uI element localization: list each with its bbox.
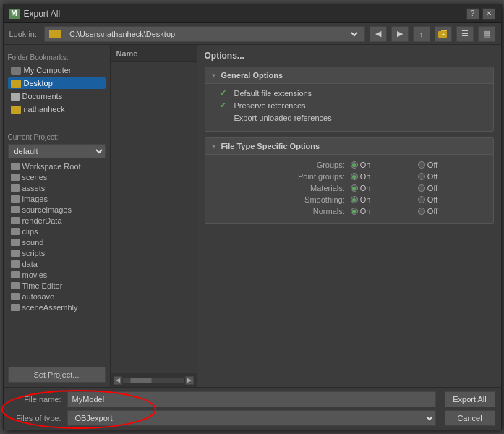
checkbox-row-default-ext: ✔ Default file extensions bbox=[220, 88, 484, 98]
workspace-item-images[interactable]: images bbox=[8, 194, 106, 204]
workspace-item-autosave[interactable]: autosave bbox=[8, 292, 106, 302]
general-options-section: ▼ General Options ✔ Default file extensi… bbox=[205, 67, 494, 132]
workspace-item-label: sceneAssembly bbox=[22, 303, 78, 312]
workspace-item-timeeditor[interactable]: Time Editor bbox=[8, 281, 106, 291]
collapse-triangle-icon: ▼ bbox=[211, 143, 217, 150]
cancel-button[interactable]: Cancel bbox=[445, 410, 495, 426]
groups-label: Groups: bbox=[220, 159, 348, 171]
bookmark-label: Documents bbox=[22, 92, 63, 101]
ws-folder-icon bbox=[11, 271, 20, 278]
workspace-item-label: sourceimages bbox=[22, 205, 72, 214]
point-groups-on-radio[interactable] bbox=[351, 173, 358, 180]
workspace-item-label: images bbox=[22, 195, 48, 203]
main-content: Folder Bookmarks: My Computer Desktop Do… bbox=[4, 45, 501, 387]
on-label: On bbox=[360, 184, 371, 192]
computer-icon bbox=[11, 67, 21, 75]
files-of-type-select[interactable]: OBJexport bbox=[68, 411, 435, 425]
workspace-item-scenes[interactable]: scenes bbox=[8, 172, 106, 182]
on-label: On bbox=[360, 195, 371, 204]
set-project-button[interactable]: Set Project... bbox=[8, 367, 106, 383]
off-label: Off bbox=[427, 195, 437, 204]
scroll-left-button[interactable]: ◀ bbox=[114, 376, 122, 385]
workspace-item-sourceimages[interactable]: sourceimages bbox=[8, 205, 106, 215]
off-label: Off bbox=[427, 161, 437, 169]
doc-icon bbox=[11, 93, 20, 101]
workspace-item-sound[interactable]: sound bbox=[8, 237, 106, 247]
point-groups-off-radio[interactable] bbox=[418, 173, 425, 180]
bookmark-label: nathanheck bbox=[24, 105, 65, 114]
project-select[interactable]: default bbox=[8, 144, 106, 158]
radio-options-table: Groups: On Off bbox=[220, 159, 484, 217]
nav-back-button[interactable]: ◀ bbox=[370, 26, 387, 42]
point-groups-on-cell: On bbox=[348, 171, 405, 182]
close-button[interactable]: ✕ bbox=[482, 8, 495, 20]
file-name-input[interactable] bbox=[67, 391, 436, 407]
normals-on-radio[interactable] bbox=[351, 208, 358, 215]
title-bar: M Export All ? ✕ bbox=[4, 4, 501, 23]
nav-forward-button[interactable]: ▶ bbox=[391, 26, 409, 42]
bookmark-nathanheck[interactable]: nathanheck bbox=[8, 103, 106, 115]
bookmark-label: Desktop bbox=[24, 79, 53, 88]
smoothing-off-radio[interactable] bbox=[418, 196, 425, 203]
files-of-type-label: Files of type: bbox=[9, 414, 61, 422]
checkbox-row-preserve-refs: ✔ Preserve references bbox=[220, 101, 484, 110]
point-groups-label: Point groups: bbox=[220, 171, 348, 182]
list-view-button[interactable]: ☰ bbox=[456, 26, 474, 42]
workspace-item-scripts[interactable]: scripts bbox=[8, 248, 106, 258]
workspace-item-data[interactable]: data bbox=[8, 259, 106, 269]
bottom-bar: File name: Files of type: OBJexport Expo… bbox=[4, 387, 501, 430]
look-in-select[interactable]: C:\Users\nathanheck\Desktop bbox=[67, 29, 359, 39]
bookmark-documents[interactable]: Documents bbox=[8, 90, 106, 102]
ws-folder-icon bbox=[11, 163, 20, 170]
normals-off-radio[interactable] bbox=[418, 208, 425, 215]
help-button[interactable]: ? bbox=[466, 8, 479, 20]
checkmark-icon: ✔ bbox=[220, 88, 230, 98]
materials-on-cell: On bbox=[348, 182, 405, 194]
off-label: Off bbox=[427, 207, 437, 216]
workspace-item-label: Workspace Root bbox=[22, 162, 81, 171]
new-folder-button[interactable]: + bbox=[435, 26, 452, 42]
ws-folder-icon bbox=[11, 184, 20, 192]
left-panel: Folder Bookmarks: My Computer Desktop Do… bbox=[4, 45, 111, 387]
ws-folder-icon bbox=[11, 206, 20, 213]
on-label: On bbox=[360, 172, 371, 181]
nav-up-button[interactable]: ↑ bbox=[413, 26, 430, 42]
file-type-options-header[interactable]: ▼ File Type Specific Options bbox=[205, 138, 493, 155]
workspace-item-assets[interactable]: assets bbox=[8, 183, 106, 193]
folder-icon bbox=[11, 106, 21, 114]
workspace-item-renderdata[interactable]: renderData bbox=[8, 216, 106, 226]
export-all-dialog: M Export All ? ✕ Look in: C:\Users\natha… bbox=[3, 4, 502, 430]
materials-on-radio[interactable] bbox=[351, 184, 358, 192]
smoothing-off-cell: Off bbox=[405, 194, 484, 205]
workspace-item-root[interactable]: Workspace Root bbox=[8, 161, 106, 171]
workspace-item-label: scripts bbox=[22, 249, 46, 258]
detail-view-button[interactable]: ▤ bbox=[478, 26, 495, 42]
scrollbar-thumb[interactable] bbox=[130, 378, 152, 383]
scroll-right-button[interactable]: ▶ bbox=[185, 376, 194, 385]
workspace-item-movies[interactable]: movies bbox=[8, 270, 106, 280]
workspace-item-label: autosave bbox=[22, 292, 55, 301]
smoothing-on-radio[interactable] bbox=[351, 196, 358, 203]
groups-on-radio[interactable] bbox=[351, 161, 358, 169]
file-list-panel: Name ◀ ▶ bbox=[111, 45, 197, 387]
look-in-label: Look in: bbox=[9, 30, 38, 38]
default-ext-label: Default file extensions bbox=[234, 89, 312, 98]
ws-folder-icon bbox=[11, 195, 20, 203]
horizontal-scrollbar[interactable] bbox=[122, 377, 185, 384]
normals-on-cell: On bbox=[348, 205, 405, 217]
materials-off-radio[interactable] bbox=[418, 184, 425, 192]
workspace-item-label: sound bbox=[22, 238, 44, 247]
workspace-list: Workspace Root scenes assets images sour… bbox=[8, 161, 106, 362]
checkmark-icon: ✔ bbox=[220, 101, 230, 110]
file-list-content[interactable] bbox=[111, 62, 197, 373]
file-type-options-section: ▼ File Type Specific Options Groups: On bbox=[205, 137, 494, 224]
ws-folder-icon bbox=[11, 239, 20, 246]
export-all-button[interactable]: Export All bbox=[445, 391, 495, 407]
groups-off-radio[interactable] bbox=[418, 161, 425, 169]
bookmark-desktop[interactable]: Desktop bbox=[8, 77, 106, 89]
bookmark-my-computer[interactable]: My Computer bbox=[8, 64, 106, 76]
general-options-header[interactable]: ▼ General Options bbox=[205, 67, 493, 84]
workspace-item-sceneassembly[interactable]: sceneAssembly bbox=[8, 302, 106, 312]
ws-folder-icon bbox=[11, 293, 20, 300]
workspace-item-clips[interactable]: clips bbox=[8, 226, 106, 237]
